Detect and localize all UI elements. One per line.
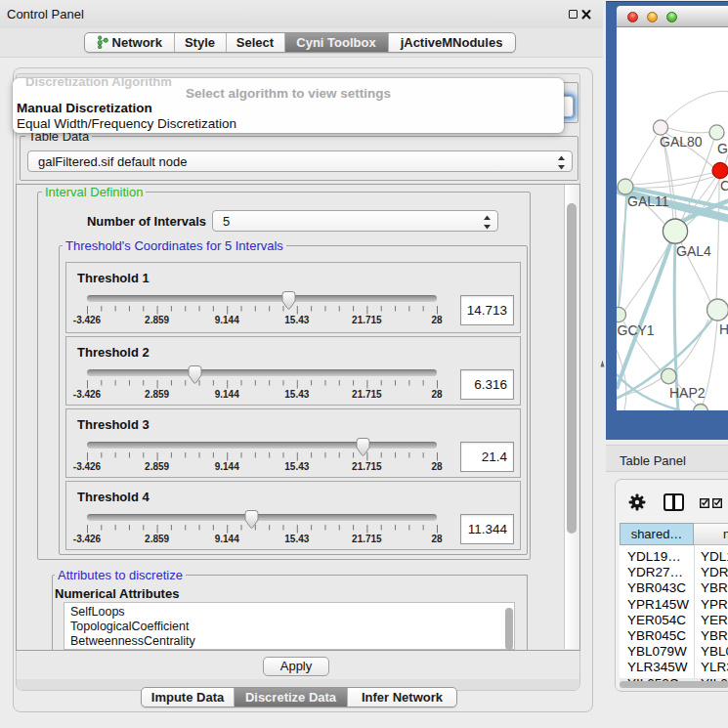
svg-text:H: H (719, 321, 728, 337)
svg-text:GAL11: GAL11 (627, 193, 669, 209)
svg-text:GAL4: GAL4 (676, 243, 711, 259)
svg-text:GCY1: GCY1 (618, 322, 655, 338)
svg-text:HAP2: HAP2 (669, 385, 706, 401)
svg-text:GA: GA (717, 141, 728, 156)
svg-text:C: C (720, 178, 728, 193)
svg-text:GAL80: GAL80 (660, 134, 703, 150)
